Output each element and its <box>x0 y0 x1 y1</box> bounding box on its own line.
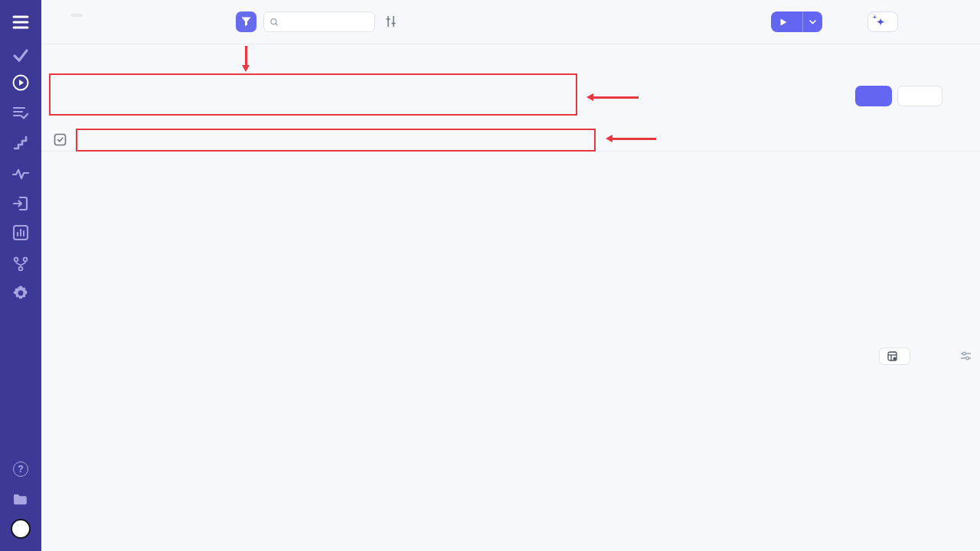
filter-button[interactable] <box>236 11 256 32</box>
bulk-edit-icon[interactable] <box>54 133 67 149</box>
search-input[interactable] <box>283 17 368 28</box>
sidebar-item-tests[interactable] <box>0 47 41 64</box>
header-divider <box>41 44 980 44</box>
help-icon[interactable]: ? <box>0 461 41 477</box>
table-view-icon <box>887 351 897 361</box>
custom-view-button[interactable] <box>879 347 910 365</box>
search-box[interactable] <box>263 11 375 32</box>
annotation-box-basic-filters <box>76 129 596 152</box>
sidebar-item-branches[interactable] <box>0 256 41 272</box>
runs-page: ? ✦+ <box>0 0 980 551</box>
play-icon <box>780 18 787 26</box>
sidebar: ? <box>0 0 41 551</box>
sidebar-item-steps[interactable] <box>0 135 41 151</box>
annotation-arrow-additional <box>593 96 639 99</box>
manual-run-button[interactable] <box>771 11 822 32</box>
app-logo[interactable] <box>0 518 41 540</box>
annotation-box-additional-filters <box>49 73 577 116</box>
runs-count-badge <box>70 14 83 17</box>
manual-run-dropdown[interactable] <box>802 11 822 32</box>
apply-button[interactable] <box>855 86 892 106</box>
annotation-arrow-basic <box>612 138 656 140</box>
runs-status-report-button[interactable]: ✦+ <box>867 11 898 32</box>
sidebar-item-test-plans[interactable] <box>0 105 41 120</box>
search-icon <box>270 18 278 27</box>
menu-icon[interactable] <box>0 14 41 31</box>
section-divider <box>41 151 980 152</box>
sidebar-item-settings[interactable] <box>0 284 41 302</box>
sparkles-icon: ✦+ <box>877 17 884 28</box>
sidebar-item-runs[interactable] <box>0 73 41 92</box>
list-settings-icon[interactable] <box>960 350 972 364</box>
logo-letter <box>11 519 31 539</box>
funnel-icon <box>241 17 251 27</box>
runs-trend-chart <box>44 173 933 340</box>
annotation-arrow-down <box>245 46 247 66</box>
breadcrumb <box>52 14 83 17</box>
sidebar-item-import[interactable] <box>0 195 41 212</box>
cancel-button[interactable] <box>897 86 942 106</box>
documents-icon[interactable] <box>0 491 41 507</box>
sidebar-item-analytics[interactable] <box>0 224 41 241</box>
sidebar-item-pulse[interactable] <box>0 166 41 181</box>
chevron-down-icon <box>809 20 816 24</box>
column-settings-icon[interactable] <box>385 15 397 31</box>
